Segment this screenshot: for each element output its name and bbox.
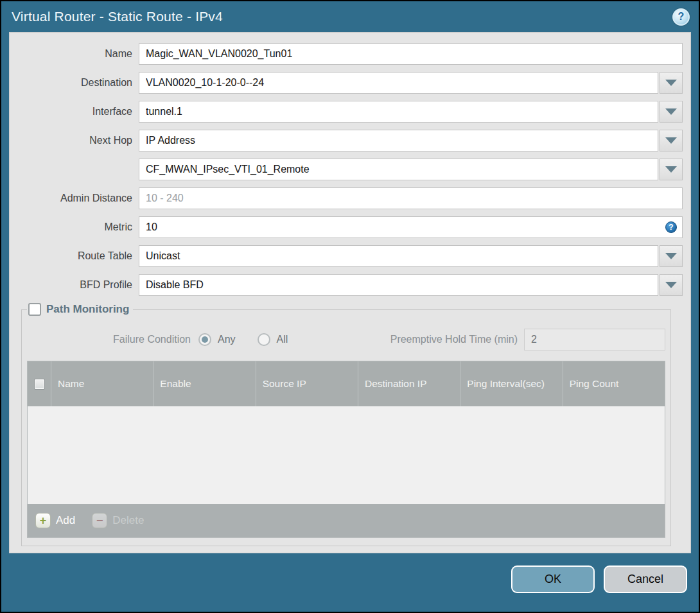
help-icon[interactable]: ? bbox=[672, 8, 690, 26]
failure-condition-label: Failure Condition bbox=[27, 334, 198, 345]
plus-icon: + bbox=[35, 513, 51, 528]
failure-condition-options: Any All bbox=[198, 333, 288, 346]
ok-button[interactable]: OK bbox=[511, 566, 595, 593]
interface-dropdown-button[interactable] bbox=[660, 101, 683, 123]
path-monitoring-table: Name Enable Source IP Destination IP Pin… bbox=[27, 361, 665, 538]
next-hop-type-dropdown-button[interactable] bbox=[660, 130, 683, 151]
name-row: Name bbox=[10, 43, 683, 65]
preemptive-hold-time-group: Preemptive Hold Time (min) bbox=[390, 329, 665, 350]
delete-button-label: Delete bbox=[112, 514, 144, 527]
column-header-source-ip[interactable]: Source IP bbox=[256, 361, 358, 406]
route-table-label: Route Table bbox=[10, 250, 139, 262]
name-label: Name bbox=[10, 48, 139, 60]
table-toolbar: + Add − Delete bbox=[28, 504, 665, 537]
chevron-down-icon bbox=[665, 108, 677, 115]
path-monitoring-legend: Path Monitoring bbox=[27, 303, 133, 316]
bfd-profile-label: BFD Profile bbox=[10, 279, 139, 291]
next-hop-address-row bbox=[10, 159, 683, 180]
dialog-footer: OK Cancel bbox=[1, 553, 699, 612]
failure-condition-any-option[interactable]: Any bbox=[198, 333, 236, 346]
name-input[interactable] bbox=[139, 43, 683, 65]
radio-any-label: Any bbox=[218, 334, 236, 345]
path-monitoring-section: Path Monitoring Failure Condition Any Al… bbox=[21, 303, 671, 546]
path-monitoring-checkbox[interactable] bbox=[28, 303, 41, 316]
column-header-ping-interval[interactable]: Ping Interval(sec) bbox=[460, 361, 562, 406]
chevron-down-icon bbox=[665, 137, 677, 144]
path-monitoring-title: Path Monitoring bbox=[46, 303, 129, 316]
radio-any[interactable] bbox=[198, 333, 211, 346]
metric-row: Metric ? bbox=[10, 216, 683, 238]
preemptive-hold-time-input[interactable] bbox=[524, 329, 665, 350]
next-hop-address-dropdown-button[interactable] bbox=[660, 159, 683, 180]
interface-row: Interface bbox=[10, 101, 683, 123]
static-route-dialog: Virtual Router - Static Route - IPv4 ? N… bbox=[1, 1, 699, 612]
column-header-enable[interactable]: Enable bbox=[153, 361, 255, 406]
chevron-down-icon bbox=[665, 80, 677, 86]
bfd-profile-dropdown-button[interactable] bbox=[660, 274, 683, 296]
destination-dropdown-button[interactable] bbox=[660, 72, 683, 94]
select-all-checkbox[interactable] bbox=[34, 379, 45, 390]
failure-condition-all-option[interactable]: All bbox=[258, 333, 288, 346]
bfd-profile-row: BFD Profile bbox=[10, 274, 683, 296]
next-hop-label: Next Hop bbox=[10, 135, 139, 146]
column-header-ping-count[interactable]: Ping Count bbox=[563, 361, 665, 406]
destination-input[interactable] bbox=[139, 72, 658, 94]
next-hop-type-input[interactable] bbox=[139, 130, 658, 151]
radio-all[interactable] bbox=[258, 333, 270, 346]
dialog-titlebar: Virtual Router - Static Route - IPv4 ? bbox=[1, 1, 699, 32]
minus-icon: − bbox=[92, 513, 107, 528]
column-header-name[interactable]: Name bbox=[51, 361, 153, 406]
chevron-down-icon bbox=[665, 253, 677, 259]
interface-input[interactable] bbox=[139, 101, 658, 123]
add-button-label: Add bbox=[56, 514, 75, 527]
interface-label: Interface bbox=[10, 106, 139, 117]
route-table-input[interactable] bbox=[139, 245, 658, 267]
next-hop-address-input[interactable] bbox=[139, 159, 658, 180]
delete-button[interactable]: − Delete bbox=[92, 513, 144, 528]
next-hop-row: Next Hop bbox=[10, 130, 683, 151]
admin-distance-label: Admin Distance bbox=[10, 193, 139, 204]
metric-label: Metric bbox=[10, 221, 139, 233]
add-button[interactable]: + Add bbox=[35, 513, 75, 528]
route-table-row: Route Table bbox=[10, 245, 683, 267]
dialog-body: Name Destination Interface bbox=[9, 32, 691, 553]
destination-row: Destination bbox=[10, 72, 683, 94]
chevron-down-icon bbox=[665, 282, 677, 288]
dialog-title: Virtual Router - Static Route - IPv4 bbox=[12, 9, 223, 24]
admin-distance-input[interactable] bbox=[139, 187, 683, 209]
info-icon: ? bbox=[665, 221, 677, 233]
table-header: Name Enable Source IP Destination IP Pin… bbox=[28, 361, 665, 406]
metric-input[interactable] bbox=[139, 216, 683, 238]
cancel-button[interactable]: Cancel bbox=[604, 566, 687, 593]
select-all-cell bbox=[28, 361, 51, 406]
preemptive-hold-time-label: Preemptive Hold Time (min) bbox=[390, 334, 524, 345]
route-table-dropdown-button[interactable] bbox=[660, 245, 683, 267]
failure-condition-row: Failure Condition Any All Preemptive Hol… bbox=[27, 329, 665, 350]
bfd-profile-input[interactable] bbox=[139, 274, 658, 296]
table-body-empty bbox=[28, 406, 665, 504]
chevron-down-icon bbox=[665, 166, 677, 173]
column-header-destination-ip[interactable]: Destination IP bbox=[358, 361, 460, 406]
radio-all-label: All bbox=[277, 334, 288, 345]
destination-label: Destination bbox=[10, 77, 139, 89]
admin-distance-row: Admin Distance bbox=[10, 187, 683, 209]
